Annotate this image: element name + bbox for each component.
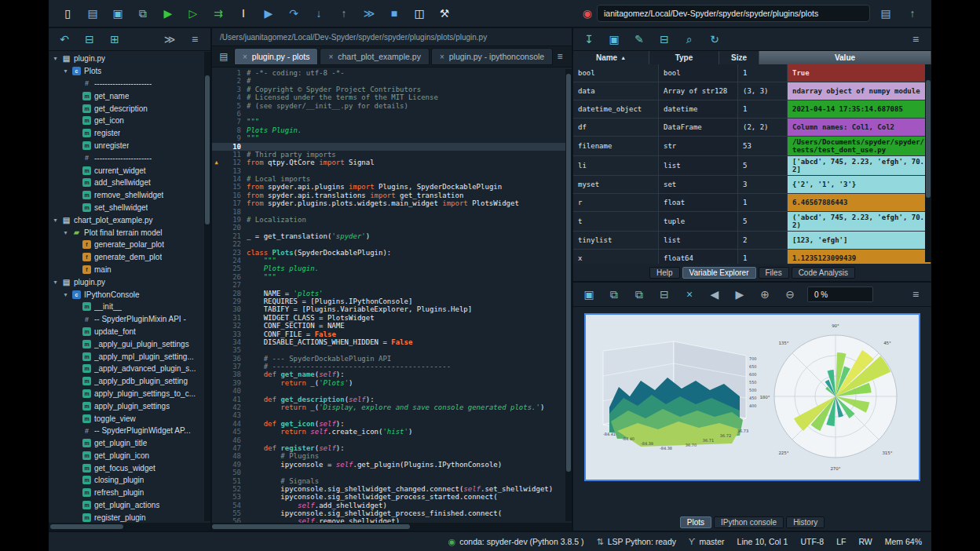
- collapse-all-button[interactable]: ⊟: [79, 30, 101, 49]
- outline-horizontal-scrollbar[interactable]: [49, 523, 210, 531]
- code-line[interactable]: 42 return _('Display, explore and save c…: [212, 403, 572, 411]
- outline-item[interactable]: mset_shellwidget: [49, 202, 210, 214]
- variable-row[interactable]: mysetset3{'2', '1', '3'}: [573, 176, 931, 194]
- outline-item[interactable]: madd_shellwidget: [49, 177, 210, 189]
- variable-row[interactable]: tinylistlist2[123, 'efgh']: [573, 232, 931, 250]
- variable-value[interactable]: Column names: Col1, Col2: [788, 119, 931, 136]
- code-line[interactable]: 17from spyder.plugins.plots.widgets.main…: [212, 199, 572, 207]
- code-line[interactable]: 3# Copyright © Spyder Project Contributo…: [212, 86, 572, 93]
- code-line[interactable]: 15from spyder.api.plugins import Plugins…: [212, 183, 572, 191]
- save-data-as-button[interactable]: ✎: [628, 30, 650, 49]
- code-line[interactable]: 20: [212, 224, 572, 232]
- variable-value[interactable]: 6.46567886443: [788, 194, 931, 211]
- outline-item[interactable]: #-- SpyderPluginMixin API -: [49, 313, 210, 326]
- expander-icon[interactable]: ▾: [62, 229, 69, 236]
- variable-value[interactable]: 1.1235123099439: [788, 250, 931, 264]
- code-line[interactable]: 33 CONF_FILE = False: [212, 330, 572, 338]
- code-line[interactable]: 43: [212, 411, 572, 419]
- column-header-name[interactable]: Name▲: [573, 51, 649, 64]
- outline-item[interactable]: ▾▤plugin.py: [49, 53, 210, 65]
- variable-row[interactable]: rfloat16.46567886443: [573, 194, 931, 212]
- save-button[interactable]: ▣: [107, 4, 129, 23]
- variable-row[interactable]: ttuple5('abcd', 745, 2.23, 'efgh', 70.2): [573, 212, 931, 232]
- save-plot-button[interactable]: ▣: [578, 285, 600, 304]
- code-line[interactable]: 13: [212, 167, 572, 175]
- copy-plot-button[interactable]: ⧉: [628, 285, 650, 304]
- search-variable-button[interactable]: ⌕: [678, 30, 700, 49]
- code-line[interactable]: 27: [212, 281, 572, 289]
- expand-all-button[interactable]: ⊞: [104, 30, 126, 49]
- code-line[interactable]: 39 return _('Plots'): [212, 379, 572, 387]
- right-top-tab[interactable]: Files: [759, 267, 789, 279]
- zoom-out-button[interactable]: ⊖: [779, 285, 801, 304]
- save-all-button[interactable]: ⧉: [132, 4, 154, 23]
- lsp-status[interactable]: ⇅LSP Python: ready: [596, 537, 676, 547]
- memory-status[interactable]: Mem 64%: [885, 537, 922, 546]
- outline-item[interactable]: mremove_shellwidget: [49, 189, 210, 202]
- close-tab-icon[interactable]: ×: [243, 53, 247, 61]
- outline-item[interactable]: mget_description: [49, 102, 210, 115]
- column-header-size[interactable]: Size: [719, 51, 759, 64]
- outline-item[interactable]: mget_plugin_title: [49, 437, 210, 450]
- variable-row[interactable]: dfDataFrame(2, 2)Column names: Col1, Col…: [573, 119, 931, 137]
- code-line[interactable]: 50: [212, 469, 572, 476]
- outline-item[interactable]: mregister: [49, 127, 210, 140]
- outline-item[interactable]: mregister_plugin: [49, 511, 210, 523]
- run-selection-button[interactable]: I: [232, 4, 254, 23]
- run-cell-advance-button[interactable]: ⇉: [207, 4, 229, 23]
- expander-icon[interactable]: ▾: [52, 55, 59, 62]
- outline-item[interactable]: munregister: [49, 140, 210, 152]
- outline-item[interactable]: mtoggle_view: [49, 412, 210, 425]
- outline-item[interactable]: m_apply_mpl_plugin_setting...: [49, 350, 210, 363]
- column-header-value[interactable]: Value: [759, 51, 931, 64]
- outline-item[interactable]: fmain: [49, 264, 210, 276]
- code-line[interactable]: 2#: [212, 77, 572, 85]
- outline-item[interactable]: mget_plugin_icon: [49, 450, 210, 462]
- code-line[interactable]: 37 # -----------------------------------…: [212, 363, 572, 370]
- outline-item[interactable]: mget_icon: [49, 115, 210, 127]
- right-bottom-tab[interactable]: History: [786, 516, 825, 528]
- code-line[interactable]: 41 def get_description(self):: [212, 396, 572, 403]
- editor-vertical-scrollbar[interactable]: [565, 69, 572, 521]
- outline-item[interactable]: mupdate_font: [49, 326, 210, 338]
- variable-value[interactable]: ['abcd', 745, 2.23, 'efgh', 70.2]: [788, 156, 931, 175]
- code-line[interactable]: 19# Localization: [212, 216, 572, 224]
- code-line[interactable]: 31 WIDGET_CLASS = PlotsWidget: [212, 314, 572, 322]
- code-line[interactable]: 34 DISABLE_ACTIONS_WHEN_HIDDEN = False: [212, 338, 572, 346]
- code-line[interactable]: 30 TABIFY = [Plugins.VariableExplorer, P…: [212, 305, 572, 313]
- code-line[interactable]: 32 CONF_SECTION = NAME: [212, 322, 572, 330]
- save-data-button[interactable]: ▣: [603, 30, 625, 49]
- outline-item[interactable]: #-- SpyderPluginWidget AP...: [49, 425, 210, 437]
- code-line[interactable]: 38 def get_name(self):: [212, 370, 572, 378]
- code-line[interactable]: 4# Licensed under the terms of the MIT L…: [212, 93, 572, 101]
- editor-options-button[interactable]: ≡: [551, 49, 569, 64]
- outline-options-button[interactable]: ≡: [184, 30, 206, 49]
- working-directory-input[interactable]: [597, 5, 870, 22]
- git-branch-status[interactable]: ϒmaster: [689, 537, 725, 546]
- outline-item[interactable]: m_apply_advanced_plugin_s...: [49, 363, 210, 375]
- outline-item[interactable]: ▾▤chart_plot_example.py: [49, 213, 210, 226]
- code-line[interactable]: 53 ipyconsole.sig_shellwidget_process_st…: [212, 493, 572, 501]
- code-line[interactable]: 7""": [212, 118, 572, 126]
- readwrite-status[interactable]: RW: [858, 537, 872, 546]
- save-all-plots-button[interactable]: ⧉: [603, 285, 625, 304]
- code-line[interactable]: 14# Local imports: [212, 175, 572, 183]
- expander-icon[interactable]: ▾: [62, 291, 69, 298]
- variable-table-scrollbar[interactable]: [925, 64, 931, 262]
- variable-row[interactable]: boolbool1True: [573, 64, 931, 82]
- open-file-button[interactable]: ▤: [82, 4, 104, 23]
- variable-row[interactable]: xfloat6411.1235123099439: [573, 250, 931, 264]
- code-line[interactable]: 24 """: [212, 257, 572, 265]
- code-line[interactable]: 26 """: [212, 273, 572, 281]
- right-top-tab[interactable]: Code Analysis: [792, 267, 855, 279]
- outline-item[interactable]: #----------------------: [49, 78, 210, 90]
- outline-item[interactable]: mget_focus_widget: [49, 462, 210, 474]
- encoding-status[interactable]: UTF-8: [800, 537, 824, 546]
- code-line[interactable]: 29 REQUIRES = [Plugins.IPythonConsole]: [212, 297, 572, 305]
- expander-icon[interactable]: ▾: [62, 68, 69, 75]
- step-out-button[interactable]: ↑: [333, 4, 355, 23]
- parent-directory-button[interactable]: ↑: [901, 4, 923, 23]
- variable-value[interactable]: ndarray object of numpy module: [788, 82, 931, 100]
- maximize-pane-button[interactable]: ◫: [408, 4, 430, 23]
- outline-item[interactable]: mget_plugin_actions: [49, 499, 210, 512]
